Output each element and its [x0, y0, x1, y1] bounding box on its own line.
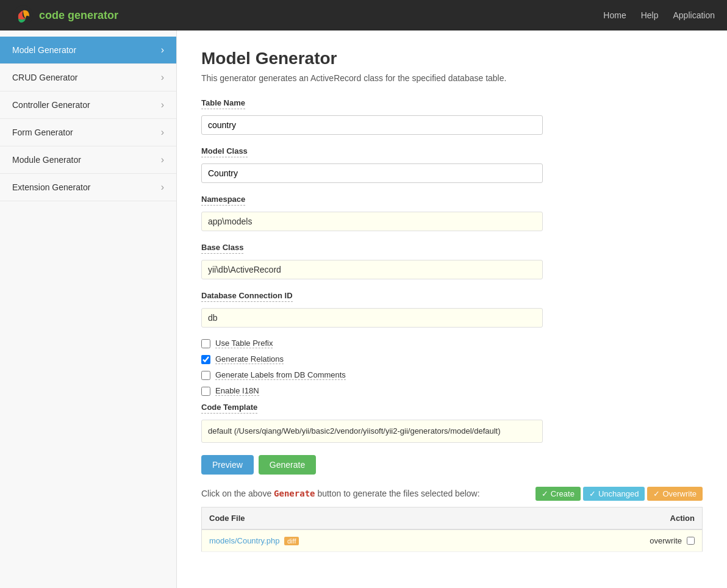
legend-badges: ✓ Create ✓ Unchanged ✓ Overwrite [535, 487, 703, 501]
badge-unchanged: ✓ Unchanged [583, 487, 645, 501]
page-description: This generator generates an ActiveRecord… [201, 73, 703, 83]
layout: Model Generator › CRUD Generator › Contr… [0, 30, 727, 588]
button-row: Preview Generate [201, 455, 703, 475]
sidebar-item-label: Form Generator [12, 127, 73, 137]
badge-create: ✓ Create [535, 487, 581, 501]
db-connection-group: Database Connection ID db [201, 290, 703, 328]
sidebar-item-controller-generator[interactable]: Controller Generator › [0, 91, 176, 119]
generate-info: Click on the above Generate button to ge… [201, 487, 703, 501]
sidebar: Model Generator › CRUD Generator › Contr… [0, 30, 177, 588]
table-name-input[interactable] [201, 115, 543, 135]
model-class-group: Model Class [201, 146, 703, 183]
db-connection-label: Database Connection ID [201, 291, 293, 302]
sidebar-item-crud-generator[interactable]: CRUD Generator › [0, 64, 176, 91]
svg-point-0 [13, 5, 33, 25]
sidebar-item-form-generator[interactable]: Form Generator › [0, 119, 176, 146]
diff-badge[interactable]: diff [284, 537, 299, 545]
header: code generator Home Help Application [0, 0, 727, 30]
check-icon: ✓ [542, 489, 548, 498]
chevron-right-icon: › [161, 45, 164, 56]
base-class-group: Base Class yii\db\ActiveRecord [201, 242, 703, 279]
table-row: models/Country.php diff overwrite [202, 529, 703, 552]
model-class-input[interactable] [201, 163, 543, 183]
generate-info-text: Click on the above Generate button to ge… [201, 489, 531, 498]
sidebar-item-extension-generator[interactable]: Extension Generator › [0, 174, 176, 201]
chevron-right-icon: › [161, 72, 164, 83]
table-name-label: Table Name [201, 98, 245, 109]
namespace-value: app\models [201, 212, 543, 231]
code-template-value: default (/Users/qiang/Web/yii/basic2/ven… [201, 420, 543, 443]
sidebar-item-model-generator[interactable]: Model Generator › [0, 37, 176, 64]
header-title: code generator [39, 9, 118, 22]
chevron-right-icon: › [161, 99, 164, 110]
sidebar-item-label: Controller Generator [12, 100, 90, 110]
code-template-group: Code Template default (/Users/qiang/Web/… [201, 402, 703, 443]
header-nav: Home Help Application [603, 10, 715, 20]
files-table: Code File Action models/Country.php diff… [201, 507, 703, 552]
use-table-prefix-label[interactable]: Use Table Prefix [215, 339, 273, 348]
sidebar-item-label: CRUD Generator [12, 73, 77, 82]
check-icon: ✓ [589, 489, 596, 498]
sidebar-item-label: Model Generator [12, 45, 76, 55]
model-class-label: Model Class [201, 146, 248, 157]
col-header-action: Action [629, 507, 703, 529]
chevron-right-icon: › [161, 154, 164, 165]
home-link[interactable]: Home [603, 10, 626, 20]
namespace-group: Namespace app\models [201, 194, 703, 231]
generate-relations-checkbox[interactable] [201, 355, 210, 364]
sidebar-item-module-generator[interactable]: Module Generator › [0, 146, 176, 174]
sidebar-item-label: Extension Generator [12, 182, 90, 192]
check-icon: ✓ [653, 489, 660, 498]
use-table-prefix-checkbox[interactable] [201, 339, 210, 348]
enable-i18n-checkbox[interactable] [201, 387, 210, 396]
code-template-label: Code Template [201, 403, 257, 414]
row-action-checkbox[interactable] [687, 537, 695, 545]
generate-button[interactable]: Generate [259, 455, 316, 475]
enable-i18n-label[interactable]: Enable I18N [215, 386, 259, 396]
sidebar-item-label: Module Generator [12, 155, 81, 165]
enable-i18n-group: Enable I18N [201, 386, 703, 396]
chevron-right-icon: › [161, 127, 164, 138]
table-name-group: Table Name [201, 98, 703, 135]
generate-labels-checkbox[interactable] [201, 371, 210, 380]
file-cell: models/Country.php diff [202, 529, 629, 552]
overwrite-text: overwrite [650, 536, 682, 545]
col-header-code-file: Code File [202, 507, 629, 529]
generate-info-after: button to generate the files selected be… [317, 489, 479, 498]
chevron-right-icon: › [161, 182, 164, 193]
logo: code generator [12, 4, 118, 26]
generate-info-before: Click on the above [201, 489, 271, 498]
generate-relations-label[interactable]: Generate Relations [215, 354, 284, 364]
badge-overwrite: ✓ Overwrite [647, 487, 703, 501]
base-class-value: yii\db\ActiveRecord [201, 260, 543, 279]
generate-labels-label[interactable]: Generate Labels from DB Comments [215, 370, 346, 380]
base-class-label: Base Class [201, 243, 243, 254]
yii-logo-icon [12, 4, 34, 26]
generate-code-word: Generate [274, 489, 315, 498]
generate-labels-group: Generate Labels from DB Comments [201, 370, 703, 380]
namespace-label: Namespace [201, 195, 245, 206]
action-cell: overwrite [629, 529, 703, 552]
file-link[interactable]: models/Country.php [209, 536, 279, 545]
db-connection-value: db [201, 308, 543, 328]
generate-relations-group: Generate Relations [201, 354, 703, 364]
main-content: Model Generator This generator generates… [177, 30, 727, 588]
application-link[interactable]: Application [673, 10, 715, 20]
help-link[interactable]: Help [641, 10, 659, 20]
preview-button[interactable]: Preview [201, 455, 254, 475]
page-title: Model Generator [201, 49, 703, 68]
use-table-prefix-group: Use Table Prefix [201, 339, 703, 348]
